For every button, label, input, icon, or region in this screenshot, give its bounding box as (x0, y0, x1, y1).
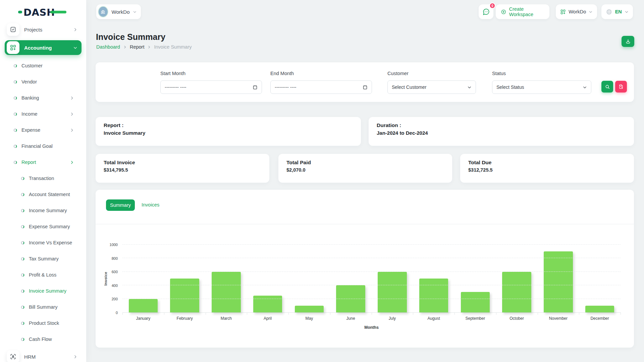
workdo-menu[interactable]: WorkDo (556, 4, 597, 19)
status-select[interactable]: Select Status (492, 80, 591, 94)
chevron-right-icon (123, 45, 127, 49)
sidebar-item-label: Tax Summary (29, 256, 59, 261)
workdo-menu-label: WorkDo (569, 9, 586, 14)
start-month-input[interactable]: --------- ---- (160, 80, 262, 94)
bar-august[interactable] (419, 279, 448, 312)
sidebar-item-customer[interactable]: Customer (0, 58, 86, 74)
bullet-icon (21, 241, 24, 245)
bullet-icon (21, 338, 24, 341)
total-due-label: Total Due (468, 160, 491, 166)
total-due-value: $312,725.5 (468, 167, 493, 173)
sidebar-item-expense-summary[interactable]: Expense Summary (0, 219, 86, 235)
gridline (122, 244, 621, 245)
download-button[interactable] (622, 36, 634, 47)
messages-button[interactable]: 0 (479, 4, 493, 19)
sidebar-item-bill-summary[interactable]: Bill Summary (0, 299, 86, 315)
sidebar-item-report[interactable]: Report (0, 154, 86, 170)
sidebar-item-expense[interactable]: Expense (0, 122, 86, 138)
apps-plus-icon (7, 41, 19, 54)
bar-slot (538, 245, 579, 312)
sidebar-item-banking[interactable]: Banking (0, 90, 86, 106)
language-selector[interactable]: EN (601, 4, 633, 19)
x-axis-label: October (496, 316, 538, 321)
tab-invoices[interactable]: Invoices (142, 202, 159, 207)
bullet-icon (21, 305, 24, 309)
bar-october[interactable] (502, 272, 531, 312)
sidebar-item-income-summary[interactable]: Income Summary (0, 202, 86, 219)
sidebar-item-projects[interactable]: Projects (5, 22, 82, 37)
bar-march[interactable] (212, 272, 241, 312)
sidebar-item-invoice-summary[interactable]: Invoice Summary (0, 283, 86, 299)
duration-title: Duration : (377, 122, 401, 128)
sidebar-item-accounting[interactable]: Accounting (5, 40, 82, 55)
breadcrumb-report[interactable]: Report (130, 44, 145, 50)
breadcrumb-dashboard[interactable]: Dashboard (96, 44, 120, 50)
report-title: Report : (104, 122, 123, 128)
calendar-icon (363, 85, 368, 90)
chevron-right-icon (147, 45, 151, 49)
bullet-icon (13, 64, 17, 68)
apply-filter-button[interactable] (601, 81, 613, 93)
end-month-input[interactable]: --------- ---- (270, 80, 372, 94)
create-workspace-button[interactable]: Create Workspace (496, 4, 549, 19)
sidebar-item-product-stock[interactable]: Product Stock (0, 315, 86, 331)
bar-november[interactable] (544, 251, 573, 312)
bar-slot (330, 245, 372, 312)
tab-summary[interactable]: Summary (106, 199, 135, 211)
bar-slot (579, 245, 621, 312)
bar-january[interactable] (129, 299, 158, 312)
breadcrumb: Dashboard Report Invoice Summary (96, 44, 192, 50)
bar-april[interactable] (253, 296, 282, 313)
x-axis-label: January (122, 316, 164, 321)
total-paid-card: Total Paid $2,070.0 (278, 154, 452, 183)
sidebar-item-account-statement[interactable]: Account Statement (0, 186, 86, 202)
sidebar-item-cash-flow[interactable]: Cash Flow (0, 331, 86, 347)
sidebar-item-hrm[interactable]: HRM (5, 349, 82, 362)
bar-february[interactable] (170, 279, 199, 312)
bar-may[interactable] (295, 306, 324, 312)
reset-filter-button[interactable] (615, 81, 627, 93)
customer-label: Customer (387, 71, 409, 76)
sidebar-item-label: Invoice Summary (29, 288, 66, 294)
x-axis-label: March (206, 316, 247, 321)
workspace-selector[interactable]: WorkDo (96, 4, 141, 19)
sidebar-item-transaction[interactable]: Transaction (0, 170, 86, 186)
end-month-value: --------- ---- (275, 84, 363, 90)
y-axis-label: 400 (98, 284, 118, 288)
bar-december[interactable] (585, 306, 614, 312)
tab-divider (96, 224, 634, 224)
duration-info-card: Duration : Jan-2024 to Dec-2024 (369, 117, 634, 146)
bar-september[interactable] (461, 292, 490, 312)
total-paid-value: $2,070.0 (286, 167, 305, 173)
y-axis-label: 200 (98, 297, 118, 301)
bar-slot (206, 245, 247, 312)
sidebar-item-financial-goal[interactable]: Financial Goal (0, 138, 86, 154)
sidebar-item-income[interactable]: Income (0, 106, 86, 122)
bar-july[interactable] (378, 272, 407, 312)
x-axis-label: July (372, 316, 413, 321)
bullet-icon (13, 112, 17, 116)
sidebar-item-label: HRM (24, 354, 36, 360)
x-axis-label: November (538, 316, 579, 321)
calendar-icon (253, 85, 258, 90)
sidebar-item-vendor[interactable]: Vendor (0, 74, 86, 90)
x-axis-tick (206, 312, 206, 315)
sidebar-item-label: Customer (21, 63, 43, 68)
sidebar-item-profit-loss[interactable]: Profit & Loss (0, 267, 86, 283)
chat-icon (482, 8, 490, 16)
x-axis-tick (288, 312, 289, 315)
sidebar-item-tax-summary[interactable]: Tax Summary (0, 251, 86, 267)
bar-slot (164, 245, 206, 312)
x-axis-tick (454, 312, 455, 315)
chevron-down-icon (583, 85, 587, 89)
globe-icon (606, 8, 612, 15)
x-axis-label: June (330, 316, 372, 321)
sidebar-item-income-vs-expense[interactable]: Income Vs Expense (0, 235, 86, 251)
bullet-icon (13, 144, 17, 148)
x-axis-tick (413, 312, 413, 315)
report-info-card: Report : Invoice Summary (96, 117, 361, 146)
total-invoice-value: $314,795.5 (104, 167, 128, 173)
bullet-icon (21, 289, 24, 293)
bullet-icon (21, 257, 24, 261)
customer-select[interactable]: Select Customer (387, 80, 476, 94)
